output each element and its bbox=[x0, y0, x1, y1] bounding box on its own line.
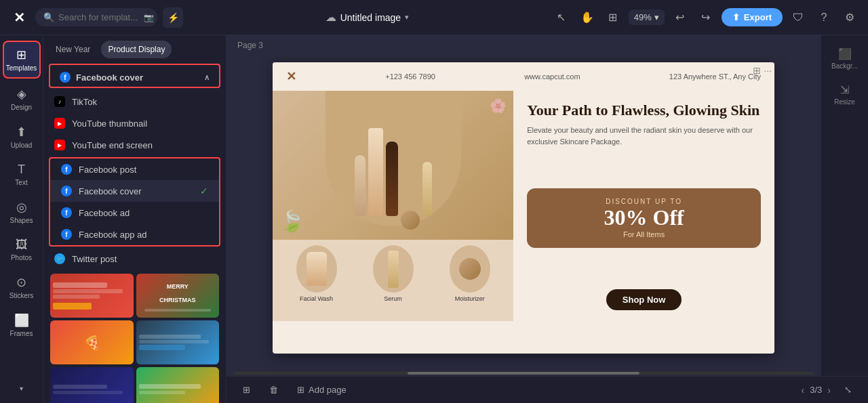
search-input[interactable] bbox=[58, 12, 140, 22]
expand-canvas-icon[interactable]: ⊞ bbox=[753, 65, 761, 76]
discount-amount: 30% Off bbox=[540, 205, 747, 230]
bottle-1 bbox=[355, 155, 366, 216]
template-panel: New Year Product Display f Facebook cove… bbox=[43, 35, 226, 403]
export-button[interactable]: ⬆ Export bbox=[722, 8, 783, 26]
settings-icon[interactable]: ⚙ bbox=[840, 7, 860, 28]
ad-header: ✕ +123 456 7890 www.capcut.com 123 Anywh… bbox=[273, 62, 774, 91]
facebook-ad-icon: f bbox=[61, 207, 72, 218]
tab-new-year[interactable]: New Year bbox=[49, 41, 97, 58]
sidebar-item-stickers[interactable]: ⊙ Stickers bbox=[3, 270, 41, 305]
sidebar-item-design[interactable]: ◈ Design bbox=[3, 81, 41, 116]
left-sidebar: ⊞ Templates ◈ Design ⬆ Upload T Text ◎ S… bbox=[0, 35, 43, 403]
page-counter: 3/3 bbox=[810, 385, 822, 395]
text-icon: T bbox=[18, 163, 25, 177]
facebook-cover-icon: f bbox=[61, 186, 72, 196]
add-page-icon: ⊞ bbox=[297, 385, 304, 395]
zoom-value: 49% bbox=[634, 12, 652, 22]
category-header[interactable]: f Facebook cover ∧ bbox=[50, 65, 219, 87]
sub-product-facial-wash: Facial Wash bbox=[290, 245, 344, 316]
category-chevron-icon: ∧ bbox=[204, 73, 210, 82]
more-canvas-icon[interactable]: ··· bbox=[764, 65, 772, 76]
template-thumb-4[interactable] bbox=[136, 320, 220, 364]
list-item-facebook-post[interactable]: f Facebook post bbox=[50, 158, 219, 180]
canvas-wrapper: ⊞ ··· ✕ +123 456 7890 www.capcut.com 123… bbox=[273, 62, 774, 364]
tab-product-display[interactable]: Product Display bbox=[101, 41, 172, 58]
background-panel-item[interactable]: ⬛ Backgr... bbox=[825, 42, 865, 75]
template-thumb-2[interactable]: MERRY CHRISTMAS bbox=[136, 274, 220, 318]
moisturizer-img bbox=[450, 245, 490, 293]
sub-products-row: Facial Wash Serum bbox=[273, 240, 513, 321]
list-item-tiktok[interactable]: ♪ TikTok bbox=[43, 91, 226, 112]
prev-page-btn[interactable]: ‹ bbox=[802, 385, 805, 396]
bottle-2 bbox=[368, 128, 383, 216]
sidebar-item-shapes[interactable]: ◎ Shapes bbox=[3, 194, 41, 230]
website: www.capcut.com bbox=[524, 72, 580, 81]
youtube-end-screen-icon: ▶ bbox=[54, 140, 65, 150]
redo-btn[interactable]: ↪ bbox=[696, 7, 716, 28]
sidebar-expand-btn[interactable]: ▾ bbox=[3, 379, 41, 398]
list-item-facebook-ad[interactable]: f Facebook ad bbox=[50, 202, 219, 224]
panel-tabs: New Year Product Display bbox=[43, 35, 226, 58]
template-thumb-5[interactable] bbox=[50, 367, 134, 403]
product-bottles bbox=[355, 114, 432, 216]
main-layout: ⊞ Templates ◈ Design ⬆ Upload T Text ◎ S… bbox=[0, 35, 868, 403]
frames-icon: ⬜ bbox=[14, 313, 29, 328]
sidebar-item-photos[interactable]: 🖼 Photos bbox=[3, 232, 41, 267]
templates-icon: ⊞ bbox=[16, 47, 26, 62]
template-thumb-3[interactable]: 🍕 bbox=[50, 320, 134, 364]
zoom-control[interactable]: 49% ▾ bbox=[629, 9, 665, 25]
frame-tool-btn[interactable]: ⊞ bbox=[603, 7, 623, 28]
canvas-scroll[interactable]: ⊞ ··· ✕ +123 456 7890 www.capcut.com 123… bbox=[226, 56, 821, 370]
hand-tool-btn[interactable]: ✋ bbox=[577, 7, 597, 28]
undo-btn[interactable]: ↩ bbox=[670, 7, 690, 28]
facebook-items-group: f Facebook post f Facebook cover ✓ f Fac… bbox=[49, 157, 220, 247]
search-icon: 🔍 bbox=[43, 12, 54, 22]
bottle-3 bbox=[386, 142, 398, 216]
ad-body: 🍃 🌸 Fa bbox=[273, 91, 774, 321]
scrollbar-thumb[interactable] bbox=[408, 372, 639, 375]
template-thumb-6[interactable] bbox=[136, 367, 220, 403]
main-product-area: 🍃 🌸 bbox=[273, 91, 513, 240]
help-icon[interactable]: ? bbox=[814, 7, 834, 28]
sidebar-item-upload[interactable]: ⬆ Upload bbox=[3, 119, 41, 154]
list-item-twitter-post[interactable]: 🐦 Twitter post bbox=[43, 248, 226, 270]
brand-logo: ✕ bbox=[286, 69, 296, 84]
upload-icon: ⬆ bbox=[16, 125, 26, 140]
topbar-extra-icon[interactable]: ⚡ bbox=[163, 7, 183, 28]
sidebar-item-frames[interactable]: ⬜ Frames bbox=[3, 307, 41, 343]
panel-list: f Facebook cover ∧ ♪ TikTok ▶ YouTube th… bbox=[43, 58, 226, 403]
toolbar-actions: ↖ ✋ ⊞ 49% ▾ ↩ ↪ bbox=[551, 7, 716, 28]
page-label: Page 3 bbox=[226, 35, 821, 56]
photos-icon: 🖼 bbox=[16, 238, 28, 252]
fullscreen-icon: ⤡ bbox=[844, 385, 852, 395]
youtube-thumbnail-icon: ▶ bbox=[54, 118, 65, 129]
add-page-btn[interactable]: ⊞ Add page bbox=[292, 382, 352, 398]
sidebar-item-templates[interactable]: ⊞ Templates bbox=[3, 41, 41, 79]
template-thumb-1[interactable] bbox=[50, 274, 134, 318]
title-chevron-icon[interactable]: ▾ bbox=[405, 13, 409, 22]
sub-product-moisturizer: Moisturizer bbox=[443, 245, 497, 316]
right-panel: ⬛ Backgr... ⇲ Resize bbox=[821, 35, 868, 376]
canvas-corner-actions: ⊞ ··· bbox=[753, 65, 772, 76]
list-item-youtube-end-screen[interactable]: ▶ YouTube end screen bbox=[43, 134, 226, 156]
list-item-youtube-thumbnail[interactable]: ▶ YouTube thumbnail bbox=[43, 112, 226, 134]
shop-now-button[interactable]: Shop Now bbox=[606, 289, 682, 310]
horizontal-scrollbar[interactable] bbox=[226, 370, 821, 376]
zoom-chevron-icon: ▾ bbox=[654, 12, 659, 22]
list-item-facebook-app-ad[interactable]: f Facebook app ad bbox=[50, 224, 219, 245]
resize-panel-item[interactable]: ⇲ Resize bbox=[825, 78, 865, 111]
tiktok-icon: ♪ bbox=[54, 96, 65, 107]
sidebar-item-text[interactable]: T Text bbox=[3, 157, 41, 192]
search-bar[interactable]: 🔍 📷 bbox=[35, 8, 157, 26]
shield-icon[interactable]: 🛡 bbox=[788, 7, 808, 28]
stickers-icon: ⊙ bbox=[16, 275, 26, 290]
fullscreen-btn[interactable]: ⤡ bbox=[839, 382, 857, 398]
select-tool-btn[interactable]: ↖ bbox=[551, 7, 572, 28]
serum-label: Serum bbox=[366, 295, 420, 302]
frame-btn[interactable]: ⊞ bbox=[237, 382, 256, 398]
list-item-facebook-cover[interactable]: f Facebook cover ✓ bbox=[50, 180, 219, 202]
facebook-app-ad-icon: f bbox=[61, 229, 72, 240]
delete-btn[interactable]: 🗑 bbox=[264, 382, 283, 398]
topbar: ✕ 🔍 📷 ⚡ ☁ Untitled image ▾ ↖ ✋ ⊞ 49% ▾ ↩… bbox=[0, 0, 868, 35]
next-page-btn[interactable]: › bbox=[827, 385, 831, 396]
